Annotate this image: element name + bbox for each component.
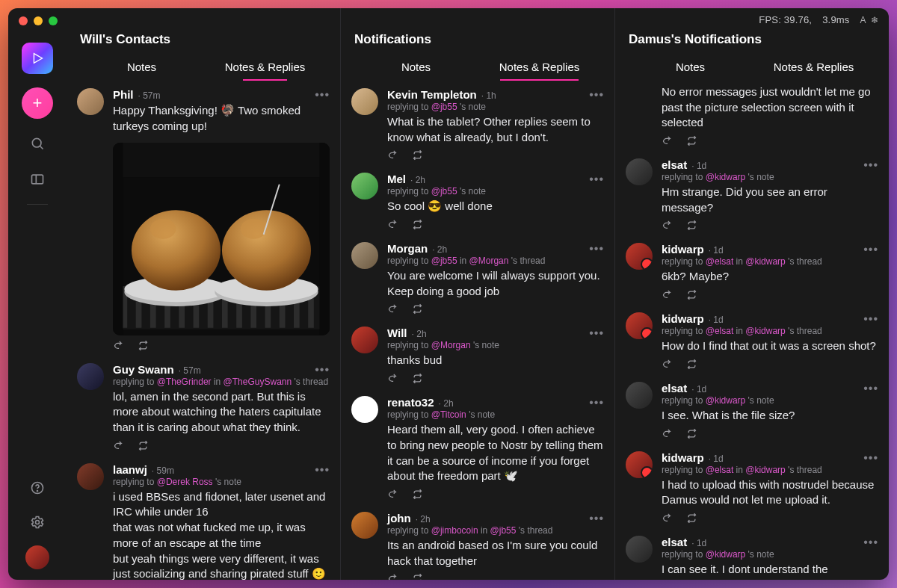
post-text: Its an android based os I'm sure you cou… bbox=[387, 538, 604, 569]
post-username[interactable]: Phil bbox=[113, 88, 134, 101]
reply-icon[interactable] bbox=[662, 359, 673, 370]
minimize-window-button[interactable] bbox=[34, 16, 43, 25]
post-menu-icon[interactable]: ••• bbox=[863, 243, 878, 256]
post-menu-icon[interactable]: ••• bbox=[589, 88, 604, 102]
repost-icon[interactable] bbox=[686, 220, 697, 231]
reply-icon[interactable] bbox=[662, 428, 673, 439]
repost-icon[interactable] bbox=[686, 359, 697, 370]
columns-icon[interactable] bbox=[26, 168, 49, 191]
reply-icon[interactable] bbox=[662, 135, 673, 146]
repost-icon[interactable] bbox=[412, 149, 423, 161]
reply-icon[interactable] bbox=[113, 440, 124, 451]
post-username[interactable]: Kevin Templeton bbox=[387, 88, 477, 101]
tab-notes-replies[interactable]: Notes & Replies bbox=[203, 55, 327, 81]
post-media[interactable] bbox=[113, 143, 330, 335]
reply-icon[interactable] bbox=[387, 489, 398, 500]
reply-icon[interactable] bbox=[662, 220, 673, 231]
settings-icon[interactable] bbox=[26, 511, 49, 533]
post-avatar[interactable] bbox=[77, 363, 104, 390]
compose-button[interactable]: + bbox=[22, 87, 53, 119]
repost-icon[interactable] bbox=[686, 289, 697, 300]
reply-icon[interactable] bbox=[387, 303, 398, 315]
repost-icon[interactable] bbox=[686, 513, 697, 524]
post-timestamp: 2h bbox=[432, 244, 447, 255]
reply-icon[interactable] bbox=[387, 149, 398, 161]
repost-icon[interactable] bbox=[412, 303, 423, 315]
post-username[interactable]: Guy Swann bbox=[113, 363, 174, 376]
maximize-window-button[interactable] bbox=[49, 16, 58, 25]
feed[interactable]: ••• Kevin Templeton 1h replying to @jb55… bbox=[341, 81, 614, 580]
tab-notes[interactable]: Notes bbox=[354, 55, 478, 81]
post-avatar[interactable] bbox=[351, 242, 378, 269]
search-icon[interactable] bbox=[26, 132, 49, 155]
repost-icon[interactable] bbox=[686, 428, 697, 439]
feed[interactable]: ••• Phil 57m Happy Thanksgiving! 🦃 Two s… bbox=[67, 81, 340, 580]
post-avatar[interactable] bbox=[626, 536, 653, 563]
post-username[interactable]: john bbox=[387, 512, 411, 524]
post-menu-icon[interactable]: ••• bbox=[315, 463, 330, 477]
post-menu-icon[interactable]: ••• bbox=[863, 158, 878, 172]
post-username[interactable]: kidwarp bbox=[662, 243, 704, 256]
tab-notes[interactable]: Notes bbox=[80, 55, 203, 81]
tab-notes[interactable]: Notes bbox=[629, 55, 752, 81]
post-username[interactable]: elsat bbox=[662, 382, 687, 394]
post-menu-icon[interactable]: ••• bbox=[589, 242, 604, 256]
post-avatar[interactable] bbox=[626, 158, 653, 185]
window-traffic-lights bbox=[19, 16, 58, 25]
post-menu-icon[interactable]: ••• bbox=[863, 451, 878, 465]
post-menu-icon[interactable]: ••• bbox=[863, 536, 878, 549]
close-window-button[interactable] bbox=[19, 16, 28, 25]
post-username[interactable]: Will bbox=[387, 327, 407, 339]
post-username[interactable]: renato32 bbox=[387, 396, 434, 409]
reply-icon[interactable] bbox=[662, 513, 673, 524]
reply-icon[interactable] bbox=[662, 289, 673, 300]
post-avatar[interactable] bbox=[351, 512, 378, 539]
post-menu-icon[interactable]: ••• bbox=[589, 173, 604, 186]
reply-icon[interactable] bbox=[387, 573, 398, 580]
post-menu-icon[interactable]: ••• bbox=[589, 512, 604, 525]
repost-icon[interactable] bbox=[412, 489, 423, 500]
repost-icon[interactable] bbox=[412, 373, 423, 384]
post-menu-icon[interactable]: ••• bbox=[589, 396, 604, 409]
post-menu-icon[interactable]: ••• bbox=[863, 312, 878, 326]
post-menu-icon[interactable]: ••• bbox=[315, 363, 330, 377]
column-header: Notifications NotesNotes & Replies bbox=[341, 8, 614, 81]
post-username[interactable]: Morgan bbox=[387, 242, 428, 255]
post-username[interactable]: kidwarp bbox=[662, 451, 704, 464]
post-avatar[interactable] bbox=[626, 312, 653, 339]
post-avatar[interactable] bbox=[351, 327, 378, 353]
repost-icon[interactable] bbox=[686, 135, 697, 146]
post-text: So cool 😎 well done bbox=[387, 199, 604, 214]
feed[interactable]: No error messages just wouldn't let me g… bbox=[615, 81, 889, 580]
repost-icon[interactable] bbox=[138, 340, 149, 351]
post-username[interactable]: laanwj bbox=[113, 463, 147, 476]
post-menu-icon[interactable]: ••• bbox=[863, 382, 878, 395]
reply-icon[interactable] bbox=[387, 373, 398, 384]
post-avatar[interactable] bbox=[626, 243, 653, 270]
post-username[interactable]: kidwarp bbox=[662, 312, 704, 325]
reply-icon[interactable] bbox=[387, 219, 398, 230]
post-avatar[interactable] bbox=[351, 173, 378, 199]
post-avatar[interactable] bbox=[626, 451, 653, 478]
post-menu-icon[interactable]: ••• bbox=[589, 327, 604, 340]
post-actions bbox=[113, 340, 330, 351]
post-timestamp: 2h bbox=[412, 329, 427, 339]
repost-icon[interactable] bbox=[412, 573, 423, 580]
post-menu-icon[interactable]: ••• bbox=[315, 88, 330, 102]
post-avatar[interactable] bbox=[351, 88, 378, 115]
tab-notes-replies[interactable]: Notes & Replies bbox=[752, 55, 875, 81]
tab-notes-replies[interactable]: Notes & Replies bbox=[478, 55, 601, 81]
repost-icon[interactable] bbox=[138, 440, 149, 451]
post-avatar[interactable] bbox=[77, 463, 104, 490]
account-avatar[interactable] bbox=[25, 545, 49, 569]
post-avatar[interactable] bbox=[77, 88, 104, 115]
post-username[interactable]: Mel bbox=[387, 173, 406, 185]
app-logo-icon[interactable] bbox=[22, 43, 53, 74]
reply-icon[interactable] bbox=[113, 340, 124, 351]
post-username[interactable]: elsat bbox=[662, 158, 687, 171]
post-username[interactable]: elsat bbox=[662, 536, 687, 548]
post-avatar[interactable] bbox=[351, 396, 378, 423]
help-icon[interactable] bbox=[26, 477, 49, 499]
repost-icon[interactable] bbox=[412, 219, 423, 230]
post-avatar[interactable] bbox=[626, 382, 653, 409]
